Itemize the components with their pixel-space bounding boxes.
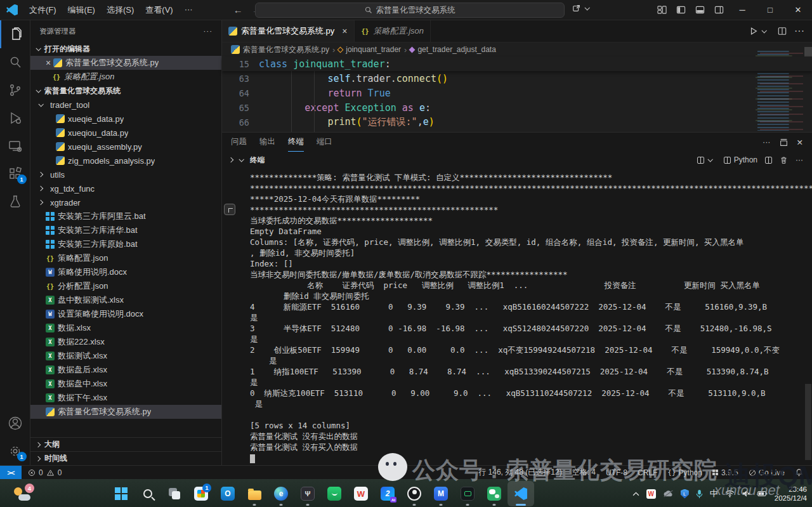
python-interpreter[interactable]: 3.9.5 — [712, 468, 738, 477]
taskbar-wechat[interactable] — [481, 481, 508, 506]
settings-gear-icon[interactable]: 1 — [0, 437, 30, 465]
taskbar-app-chat[interactable] — [454, 481, 481, 506]
workspace-root-header[interactable]: 索普量化雪球交易系统 — [30, 84, 221, 98]
tree-item[interactable]: {}策略配置.json — [30, 251, 221, 265]
toggle-sidebar-icon[interactable] — [671, 2, 690, 18]
toggle-secondary-sidebar-icon[interactable] — [709, 2, 728, 18]
close-icon[interactable]: × — [43, 58, 53, 68]
tree-item[interactable]: trader_tool — [30, 98, 221, 112]
sidebar-section[interactable]: 大纲 — [30, 437, 221, 451]
run-python-button[interactable] — [749, 27, 770, 36]
panel-tab[interactable]: 输出 — [259, 133, 275, 152]
tray-microphone-icon[interactable] — [696, 489, 703, 499]
tray-onedrive-icon[interactable] — [663, 490, 674, 497]
kill-terminal-icon[interactable] — [780, 156, 788, 164]
tree-item[interactable]: W策略使用说明.docx — [30, 265, 221, 279]
launch-profile-button[interactable]: Python — [724, 155, 757, 164]
code-viewport[interactable]: 63 self.trader.connect()64 return True65… — [222, 71, 812, 132]
taskbar-start-button[interactable] — [108, 481, 134, 506]
taskbar-task-view[interactable] — [161, 481, 188, 506]
tray-clock[interactable]: 23:46 2025/12/4 — [775, 485, 807, 503]
minimize-button[interactable]: ─ — [728, 0, 756, 20]
maximize-panel-icon[interactable] — [780, 138, 788, 147]
tree-item[interactable]: X盘中数据测试.xlsx — [30, 293, 221, 307]
split-editor-icon[interactable] — [778, 27, 787, 36]
source-control-icon[interactable] — [0, 76, 30, 104]
tree-item[interactable]: 安装第三方库阿里云.bat — [30, 209, 221, 223]
tree-item[interactable]: X数据测试.xlsx — [30, 349, 221, 363]
panel-tab[interactable]: 问题 — [231, 133, 247, 152]
taskbar-obs[interactable] — [401, 481, 428, 506]
tray-expand-icon[interactable] — [632, 492, 639, 496]
tray-security-icon[interactable]: L — [681, 489, 689, 499]
chevron-down-icon[interactable] — [239, 157, 244, 162]
tray-ime-indicator[interactable]: 中 — [710, 488, 718, 499]
menu-item-0[interactable]: 文件(F) — [24, 3, 62, 18]
new-window-action[interactable] — [572, 4, 593, 13]
taskbar-app-dark[interactable]: Ψ — [294, 481, 321, 506]
tree-item[interactable]: xueqiou_data.py — [30, 126, 221, 140]
terminal-nav-icon[interactable] — [224, 204, 235, 215]
toggle-panel-icon[interactable] — [690, 2, 709, 18]
taskbar-outlook[interactable]: O — [214, 481, 241, 506]
open-editors-header[interactable]: 打开的编辑器 — [30, 42, 221, 56]
taskbar-app-m[interactable]: M — [428, 481, 454, 506]
breadcrumb-item[interactable]: 索普量化雪球交易系统.py — [231, 44, 329, 55]
menu-item-2[interactable]: 选择(S) — [102, 3, 139, 18]
close-panel-icon[interactable]: ✕ — [797, 138, 803, 147]
testing-flask-icon[interactable] — [0, 188, 30, 216]
notifications-bell-icon[interactable] — [795, 468, 803, 477]
more-actions-icon[interactable]: ··· — [794, 25, 804, 37]
run-debug-icon[interactable] — [0, 104, 30, 132]
extensions-icon[interactable]: 1 — [0, 160, 30, 188]
tree-item[interactable]: xg_tdx_func — [30, 181, 221, 195]
taskbar-file-explorer[interactable] — [241, 481, 268, 506]
back-arrow-icon[interactable]: ← — [233, 4, 243, 15]
eol-status[interactable]: CRLF — [638, 468, 657, 477]
menu-item-3[interactable]: 查看(V) — [140, 3, 178, 18]
taskbar-weather-widget[interactable]: 4 — [5, 482, 38, 506]
taskbar-app-green-store[interactable] — [321, 481, 348, 506]
tree-item[interactable]: W设置策略使用说明.docx — [30, 307, 221, 321]
taskbar-search[interactable] — [134, 481, 161, 506]
open-editor-item[interactable]: ×索普量化雪球交易系统.py — [30, 56, 221, 70]
go-live-button[interactable]: Go Live — [749, 468, 785, 477]
breadcrumb-item[interactable]: get_trader_adjust_data — [410, 45, 495, 54]
editor-tab[interactable]: 索普量化雪球交易系统.py× — [222, 20, 355, 42]
close-window-button[interactable]: ✕ — [784, 0, 812, 20]
more-actions-icon[interactable]: ··· — [763, 138, 771, 147]
tray-wps-icon[interactable]: W — [646, 489, 656, 499]
menu-item-4[interactable]: ··· — [180, 3, 198, 18]
tree-item[interactable]: X数据222.xlsx — [30, 335, 221, 349]
tree-item[interactable]: xgtrader — [30, 195, 221, 209]
split-terminal-icon[interactable] — [697, 157, 716, 164]
tray-volume-muted-icon[interactable] — [742, 490, 750, 497]
terminal-scrollbar[interactable] — [805, 384, 811, 460]
remote-indicator[interactable]: >< — [0, 466, 22, 479]
tree-item[interactable]: X数据盘后.xlsx — [30, 363, 221, 377]
tray-battery-icon[interactable] — [757, 491, 768, 497]
tree-item[interactable]: xueqiu_assembly.py — [30, 140, 221, 154]
breadcrumb-item[interactable]: joinquant_trader — [338, 45, 401, 54]
chevron-right-icon[interactable] — [228, 157, 233, 162]
panel-layout-icon[interactable] — [765, 157, 772, 164]
indentation-status[interactable]: 空格: 4 — [572, 467, 596, 478]
encoding-status[interactable]: UTF-8 — [606, 468, 627, 477]
tree-item[interactable]: 安装第三方库清华.bat — [30, 223, 221, 237]
tree-item[interactable]: X数据盘中.xlsx — [30, 377, 221, 391]
language-mode[interactable]: {}Python — [667, 468, 702, 477]
tree-item[interactable]: 安装第三方库原始.bat — [30, 237, 221, 251]
panel-tab[interactable]: 端口 — [317, 133, 332, 152]
remote-explorer-icon[interactable] — [0, 132, 30, 160]
taskbar-browser-ai[interactable]: 2AI — [374, 481, 401, 506]
tree-item[interactable]: zig_models_analysis.py — [30, 154, 221, 168]
panel-tab[interactable]: 终端 — [288, 133, 304, 152]
cursor-position[interactable]: 行 146, 列 48 (已选择12) — [478, 467, 561, 478]
account-icon[interactable] — [0, 409, 30, 437]
terminal-body[interactable]: **************策略: 索普量化测试 下单模式: 自定义******… — [222, 168, 812, 465]
problems-status[interactable]: 0 0 — [28, 468, 62, 477]
tree-item[interactable]: 索普量化雪球交易系统.py — [30, 405, 221, 419]
open-editor-item[interactable]: {}策略配置.json — [30, 70, 221, 84]
tree-item[interactable]: X数据下午.xlsx — [30, 391, 221, 405]
taskbar-store[interactable]: 1 — [188, 481, 214, 506]
